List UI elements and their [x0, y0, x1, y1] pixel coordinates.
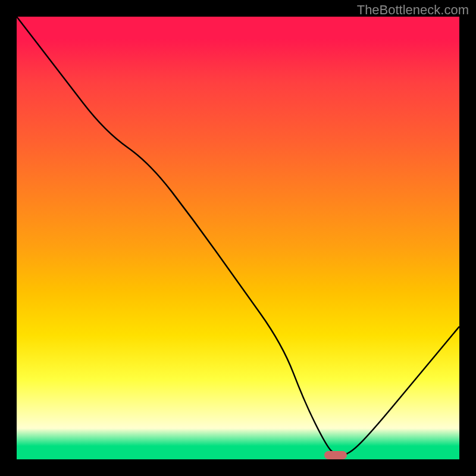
watermark-text: TheBottleneck.com: [357, 2, 469, 18]
bottleneck-curve: [17, 17, 459, 459]
plot-area: [17, 17, 459, 459]
optimal-marker: [324, 451, 347, 459]
